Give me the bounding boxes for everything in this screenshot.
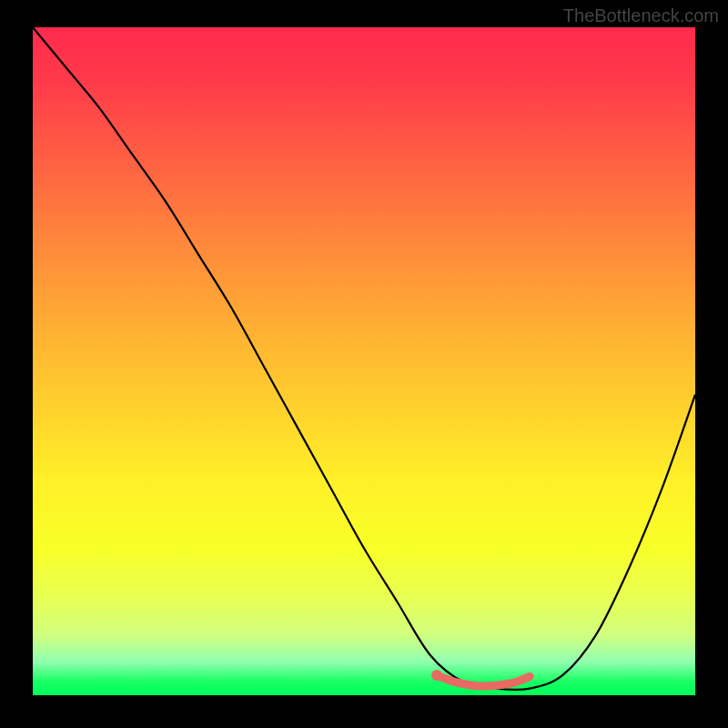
highlight-start-dot: [431, 670, 442, 681]
highlight-path: [437, 675, 530, 686]
curve-path: [33, 27, 695, 690]
plot-area: [33, 27, 695, 695]
chart-svg: [33, 27, 695, 695]
watermark-label: TheBottleneck.com: [563, 5, 719, 26]
chart-container: TheBottleneck.com: [0, 0, 728, 728]
curve-series: [33, 27, 695, 690]
highlight-series: [431, 670, 530, 686]
